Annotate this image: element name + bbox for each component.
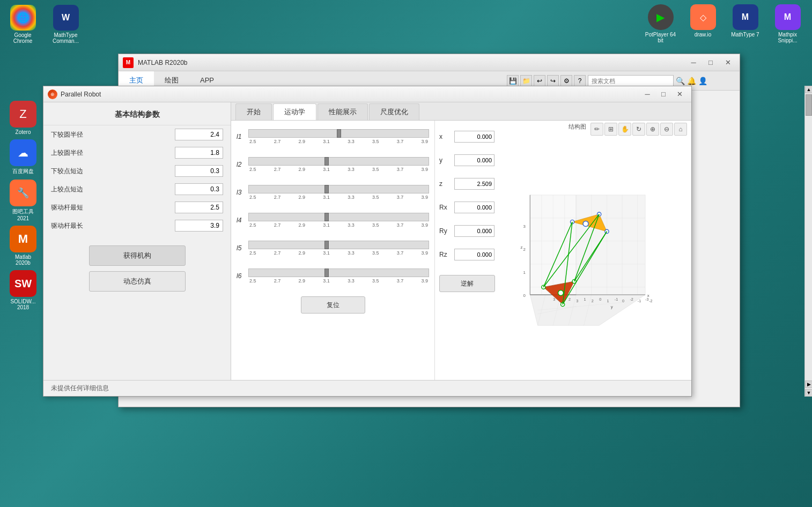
value-label-rz: Rz — [439, 251, 451, 258]
robot-3d-plot: 0 1 2 3 z -3 -2 -1 0 1 2 3 y — [499, 121, 691, 396]
chart-btn-open[interactable]: ⊞ — [604, 123, 617, 136]
robot-minimize-btn[interactable]: ─ — [640, 88, 655, 100]
slider-l1[interactable] — [248, 129, 429, 138]
search-input[interactable] — [588, 75, 674, 87]
chart-label: 结构图 — [569, 123, 586, 136]
matlab-logo: M — [123, 57, 134, 68]
icon-mathtype[interactable]: W MathTypeComman... — [46, 3, 86, 46]
value-input-y[interactable] — [454, 154, 494, 166]
svg-text:-3: -3 — [645, 297, 648, 302]
slider-l5[interactable] — [248, 241, 429, 249]
scroll-up-arrow[interactable]: ▲ — [805, 86, 812, 93]
matlab-close-btn[interactable]: ✕ — [720, 57, 735, 69]
chart-btn-edit[interactable]: ✏ — [590, 123, 603, 136]
ribbon-icon-settings[interactable]: ⚙ — [560, 75, 572, 87]
tab-start[interactable]: 开始 — [235, 103, 272, 120]
svg-text:y: y — [611, 304, 613, 309]
content-area: l1 2.52.72.93.13.33.53.73.9 l2 — [231, 121, 691, 396]
icon-matlab[interactable]: M Matlab2020b — [4, 226, 42, 266]
search-icon[interactable]: 🔍 — [676, 77, 685, 85]
value-input-ry[interactable] — [454, 225, 494, 237]
scroll-right-btn[interactable]: ▶ — [805, 381, 812, 388]
notification-icon[interactable]: 🔔 — [687, 77, 696, 85]
icon-potplayer[interactable]: ▶ PotPlayer 64bit — [640, 4, 681, 43]
value-input-x[interactable] — [454, 131, 494, 143]
slider-label-l3: l3 — [237, 189, 248, 196]
param-input-lower-radius[interactable] — [175, 129, 223, 140]
ribbon-icon-save[interactable]: 💾 — [507, 75, 519, 87]
param-input-upper-short[interactable] — [175, 183, 223, 195]
robot-window: ⊕ Parallel Robot ─ □ ✕ 基本结构参数 下较圆半径 上较圆半… — [43, 86, 692, 397]
slider-label-l5: l5 — [237, 244, 248, 252]
icon-mathpix[interactable]: M MathpixSnippi... — [767, 4, 808, 43]
ribbon-icon-folder[interactable]: 📁 — [520, 75, 532, 87]
param-label-lower-short: 下较点短边 — [51, 167, 94, 176]
chart-btn-zoom-in[interactable]: ⊕ — [646, 123, 659, 136]
dynamic-sim-btn[interactable]: 动态仿真 — [89, 271, 186, 292]
slider-l4[interactable] — [248, 213, 429, 221]
param-label-drive-min: 驱动杆最短 — [51, 203, 94, 212]
tab-performance[interactable]: 性能展示 — [318, 103, 368, 120]
user-icon[interactable]: 👤 — [698, 77, 707, 85]
scroll-down-arrow[interactable]: ▼ — [805, 389, 812, 397]
desktop: 🌐 Google Chrome W MathTypeComman... Z Zo… — [0, 0, 812, 507]
value-input-rx[interactable] — [454, 202, 494, 213]
value-label-y: y — [439, 156, 451, 164]
param-row-lower-short: 下较点短边 — [43, 162, 231, 180]
matlab-minimize-btn[interactable]: ─ — [686, 57, 701, 69]
robot-maximize-btn[interactable]: □ — [656, 88, 671, 100]
ribbon-icon-help[interactable]: ? — [574, 75, 586, 87]
value-input-rz[interactable] — [454, 249, 494, 260]
ribbon-icon-undo[interactable]: ↩ — [534, 75, 545, 87]
value-row-ry: Ry — [439, 219, 495, 243]
slider-row-l3: l3 2.52.72.93.13.33.53.73.9 — [237, 181, 429, 204]
tab-optimization[interactable]: 尺度优化 — [369, 103, 419, 120]
slider-scale-l4: 2.52.72.93.13.33.53.73.9 — [248, 222, 429, 228]
slider-l3[interactable] — [248, 185, 429, 193]
value-label-ry: Ry — [439, 227, 451, 235]
icon-baidu[interactable]: ☁ 百度网盘 — [4, 139, 42, 175]
tab-kinematics[interactable]: 运动学 — [273, 103, 316, 120]
param-row-upper-radius: 上较圆半径 — [43, 144, 231, 162]
slider-l2[interactable] — [248, 157, 429, 166]
param-row-drive-min: 驱动杆最短 — [43, 198, 231, 217]
robot-title: Parallel Robot — [61, 91, 101, 98]
slider-row-l5: l5 2.52.72.93.13.33.53.73.9 — [237, 236, 429, 260]
slider-label-l6: l6 — [237, 272, 248, 280]
slider-label-l4: l4 — [237, 217, 248, 224]
get-mechanism-btn[interactable]: 获得机构 — [89, 245, 186, 266]
chart-btn-zoom-out[interactable]: ⊖ — [660, 123, 673, 136]
matlab-maximize-btn[interactable]: □ — [703, 57, 718, 69]
chart-btn-pan[interactable]: ✋ — [618, 123, 631, 136]
inverse-btn[interactable]: 逆解 — [439, 275, 495, 292]
ribbon-icon-redo[interactable]: ↪ — [547, 75, 559, 87]
value-row-rz: Rz — [439, 243, 495, 266]
svg-text:2: 2 — [592, 299, 594, 303]
param-input-drive-max[interactable] — [175, 220, 223, 232]
chart-btn-home[interactable]: ⌂ — [674, 123, 687, 136]
slider-row-l6: l6 2.52.72.93.13.33.53.73.9 — [237, 264, 429, 288]
reset-btn[interactable]: 复位 — [301, 296, 365, 314]
param-input-upper-radius[interactable] — [175, 147, 223, 159]
sliders-section: l1 2.52.72.93.13.33.53.73.9 l2 — [231, 121, 435, 396]
chart-btn-rotate[interactable]: ↻ — [632, 123, 645, 136]
icon-drawio[interactable]: ◇ draw.io — [683, 4, 723, 43]
scroll-thumb[interactable] — [806, 94, 812, 116]
value-row-y: y — [439, 148, 495, 172]
value-input-z[interactable] — [454, 178, 494, 190]
param-input-lower-short[interactable] — [175, 165, 223, 177]
robot-close-btn[interactable]: ✕ — [672, 88, 687, 100]
slider-l6[interactable] — [248, 269, 429, 277]
icon-solidworks[interactable]: SW SOLIDW...2018 — [4, 270, 42, 310]
param-input-drive-min[interactable] — [175, 202, 223, 213]
main-area: 开始 运动学 性能展示 尺度优化 l1 2.52.72.93.13.33.53.… — [231, 102, 691, 396]
value-label-rx: Rx — [439, 204, 451, 211]
icon-toolbox[interactable]: 🔧 图吧工具2021 — [4, 180, 42, 221]
slider-row-l4: l4 2.52.72.93.13.33.53.73.9 — [237, 208, 429, 232]
chart-section: 结构图 ✏ ⊞ ✋ ↻ ⊕ ⊖ ⌂ — [499, 121, 691, 396]
icon-google-chrome[interactable]: 🌐 Google Chrome — [3, 3, 43, 46]
matlab-window-controls: ─ □ ✕ — [686, 57, 735, 69]
svg-text:-2: -2 — [630, 297, 633, 302]
icon-mathtype7[interactable]: M MathType 7 — [725, 4, 765, 43]
icon-zotero[interactable]: Z Zotero — [4, 101, 42, 135]
